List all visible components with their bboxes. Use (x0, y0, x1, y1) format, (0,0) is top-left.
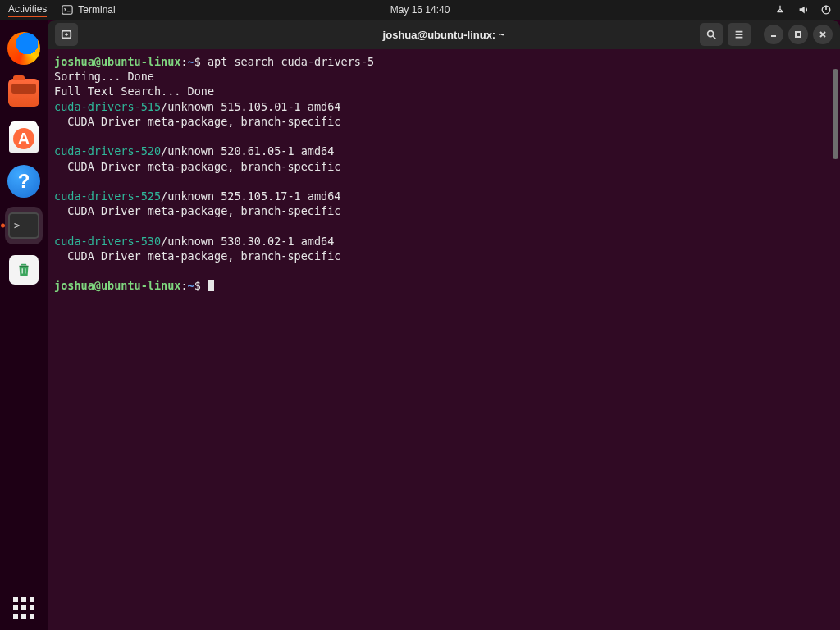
files-icon (8, 79, 39, 107)
dock-item-terminal[interactable]: >_ (5, 207, 43, 244)
dock-item-trash[interactable] (5, 251, 43, 289)
activities-button[interactable]: Activities (8, 3, 47, 17)
svg-rect-12 (796, 32, 801, 37)
active-app-indicator[interactable]: Terminal (62, 4, 115, 16)
svg-line-7 (713, 36, 716, 39)
top-panel: Activities Terminal May 16 14:40 (0, 0, 840, 20)
running-indicator-dot (1, 224, 5, 228)
new-tab-button[interactable] (55, 23, 78, 46)
scrollbar-thumb[interactable] (833, 69, 838, 159)
svg-rect-0 (62, 6, 72, 15)
power-icon[interactable] (820, 4, 832, 16)
maximize-button[interactable] (788, 25, 808, 44)
window-titlebar[interactable]: joshua@ubuntu-linux: ~ (48, 20, 840, 49)
trash-icon (9, 255, 39, 285)
hamburger-menu-button[interactable] (728, 23, 751, 46)
dock-item-files[interactable] (5, 74, 43, 112)
network-icon[interactable] (774, 4, 786, 16)
dock-item-software[interactable] (5, 118, 43, 156)
cursor (208, 280, 214, 291)
terminal-app-icon: >_ (8, 212, 39, 239)
dock-item-firefox[interactable] (5, 30, 43, 67)
help-icon: ? (7, 165, 40, 198)
software-icon (9, 121, 39, 153)
dock-item-help[interactable]: ? (5, 162, 43, 200)
active-app-name: Terminal (78, 4, 115, 16)
terminal-icon (62, 4, 73, 16)
terminal-output[interactable]: joshua@ubuntu-linux:~$ apt search cuda-d… (48, 49, 840, 630)
search-button[interactable] (700, 23, 723, 46)
minimize-button[interactable] (764, 25, 783, 44)
volume-icon[interactable] (797, 4, 809, 16)
clock[interactable]: May 16 14:40 (0, 4, 840, 16)
close-button[interactable] (813, 25, 833, 44)
apps-grid-icon (13, 597, 34, 619)
dock: ? >_ (0, 20, 48, 630)
show-applications-button[interactable] (5, 589, 43, 627)
firefox-icon (7, 32, 40, 65)
svg-point-6 (708, 31, 714, 37)
terminal-window: joshua@ubuntu-linux: ~ joshua@ubuntu-lin… (48, 20, 840, 630)
